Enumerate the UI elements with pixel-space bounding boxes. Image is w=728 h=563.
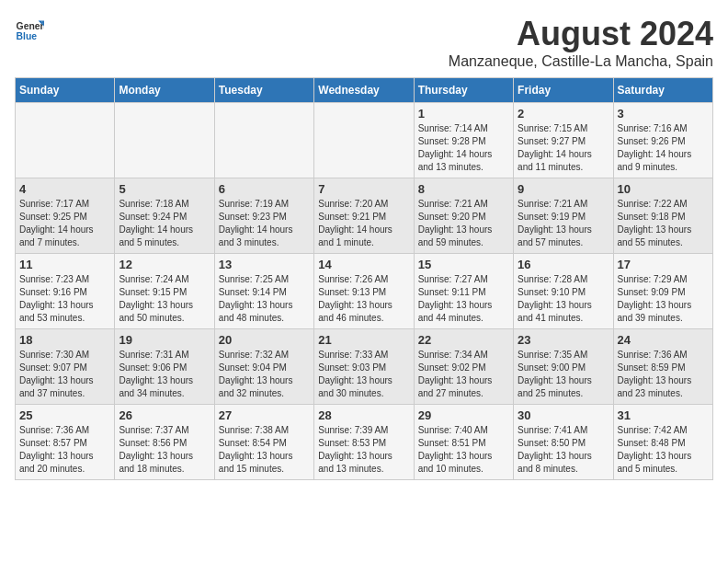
calendar-cell: 15Sunrise: 7:27 AM Sunset: 9:11 PM Dayli… (414, 254, 513, 329)
logo: General Blue (15, 15, 44, 44)
day-info: Sunrise: 7:36 AM Sunset: 8:59 PM Dayligh… (618, 349, 709, 400)
page-subtitle: Manzaneque, Castille-La Mancha, Spain (449, 53, 713, 70)
day-number: 5 (119, 182, 210, 196)
calendar-cell: 14Sunrise: 7:26 AM Sunset: 9:13 PM Dayli… (314, 254, 414, 329)
day-number: 26 (119, 408, 210, 422)
day-number: 21 (318, 333, 409, 347)
calendar-cell (314, 103, 414, 178)
calendar-week-3: 11Sunrise: 7:23 AM Sunset: 9:16 PM Dayli… (16, 254, 713, 329)
day-number: 10 (618, 182, 709, 196)
calendar-cell: 12Sunrise: 7:24 AM Sunset: 9:15 PM Dayli… (115, 254, 214, 329)
day-info: Sunrise: 7:19 AM Sunset: 9:23 PM Dayligh… (219, 198, 310, 249)
calendar-week-1: 1Sunrise: 7:14 AM Sunset: 9:28 PM Daylig… (16, 103, 713, 178)
day-number: 27 (219, 408, 310, 422)
calendar-cell: 20Sunrise: 7:32 AM Sunset: 9:04 PM Dayli… (214, 329, 313, 405)
day-number: 23 (518, 333, 609, 347)
days-of-week-row: SundayMondayTuesdayWednesdayThursdayFrid… (16, 78, 713, 103)
day-number: 4 (19, 182, 110, 196)
calendar-cell: 10Sunrise: 7:22 AM Sunset: 9:18 PM Dayli… (613, 178, 712, 254)
calendar-cell: 30Sunrise: 7:41 AM Sunset: 8:50 PM Dayli… (514, 405, 613, 480)
day-number: 17 (618, 258, 709, 271)
day-info: Sunrise: 7:42 AM Sunset: 8:48 PM Dayligh… (618, 424, 709, 476)
day-number: 11 (19, 258, 110, 271)
day-number: 7 (318, 182, 409, 196)
calendar-cell: 11Sunrise: 7:23 AM Sunset: 9:16 PM Dayli… (16, 254, 115, 329)
day-of-week-saturday: Saturday (613, 78, 712, 103)
day-number: 25 (19, 408, 110, 422)
page-title: August 2024 (449, 15, 713, 53)
calendar-cell: 5Sunrise: 7:18 AM Sunset: 9:24 PM Daylig… (115, 178, 214, 254)
day-number: 18 (19, 333, 110, 347)
calendar-cell: 17Sunrise: 7:29 AM Sunset: 9:09 PM Dayli… (613, 254, 712, 329)
calendar-cell: 18Sunrise: 7:30 AM Sunset: 9:07 PM Dayli… (16, 329, 115, 405)
calendar-cell: 7Sunrise: 7:20 AM Sunset: 9:21 PM Daylig… (314, 178, 414, 254)
calendar-week-2: 4Sunrise: 7:17 AM Sunset: 9:25 PM Daylig… (16, 178, 713, 254)
day-number: 3 (618, 107, 709, 121)
calendar-cell: 8Sunrise: 7:21 AM Sunset: 9:20 PM Daylig… (414, 178, 513, 254)
calendar-cell: 29Sunrise: 7:40 AM Sunset: 8:51 PM Dayli… (414, 405, 513, 480)
day-of-week-sunday: Sunday (16, 78, 115, 103)
calendar-cell: 26Sunrise: 7:37 AM Sunset: 8:56 PM Dayli… (115, 405, 214, 480)
day-info: Sunrise: 7:36 AM Sunset: 8:57 PM Dayligh… (19, 424, 110, 476)
day-info: Sunrise: 7:29 AM Sunset: 9:09 PM Dayligh… (618, 273, 709, 325)
day-info: Sunrise: 7:22 AM Sunset: 9:18 PM Dayligh… (618, 198, 709, 249)
calendar-body: 1Sunrise: 7:14 AM Sunset: 9:28 PM Daylig… (16, 103, 713, 480)
calendar-cell: 21Sunrise: 7:33 AM Sunset: 9:03 PM Dayli… (314, 329, 414, 405)
day-number: 8 (418, 182, 509, 196)
day-number: 9 (518, 182, 609, 196)
calendar-cell: 22Sunrise: 7:34 AM Sunset: 9:02 PM Dayli… (414, 329, 513, 405)
calendar-cell: 16Sunrise: 7:28 AM Sunset: 9:10 PM Dayli… (514, 254, 613, 329)
calendar-table: SundayMondayTuesdayWednesdayThursdayFrid… (15, 77, 713, 480)
day-number: 15 (418, 258, 509, 271)
calendar-cell: 2Sunrise: 7:15 AM Sunset: 9:27 PM Daylig… (514, 103, 613, 178)
day-of-week-friday: Friday (514, 78, 613, 103)
day-info: Sunrise: 7:28 AM Sunset: 9:10 PM Dayligh… (518, 273, 609, 325)
day-number: 12 (119, 258, 210, 271)
day-info: Sunrise: 7:15 AM Sunset: 9:27 PM Dayligh… (518, 122, 609, 174)
calendar-cell: 9Sunrise: 7:21 AM Sunset: 9:19 PM Daylig… (514, 178, 613, 254)
day-number: 31 (618, 408, 709, 422)
svg-text:Blue: Blue (17, 31, 38, 41)
day-info: Sunrise: 7:31 AM Sunset: 9:06 PM Dayligh… (119, 349, 210, 400)
page-header: General Blue August 2024 Manzaneque, Cas… (15, 15, 713, 70)
day-number: 28 (318, 408, 409, 422)
day-info: Sunrise: 7:24 AM Sunset: 9:15 PM Dayligh… (119, 273, 210, 325)
logo-icon: General Blue (15, 15, 44, 44)
day-info: Sunrise: 7:21 AM Sunset: 9:20 PM Dayligh… (418, 198, 509, 249)
day-info: Sunrise: 7:23 AM Sunset: 9:16 PM Dayligh… (19, 273, 110, 325)
day-info: Sunrise: 7:40 AM Sunset: 8:51 PM Dayligh… (418, 424, 509, 476)
calendar-cell: 24Sunrise: 7:36 AM Sunset: 8:59 PM Dayli… (613, 329, 712, 405)
day-number: 14 (318, 258, 409, 271)
calendar-cell: 28Sunrise: 7:39 AM Sunset: 8:53 PM Dayli… (314, 405, 414, 480)
day-info: Sunrise: 7:34 AM Sunset: 9:02 PM Dayligh… (418, 349, 509, 400)
svg-text:General: General (17, 21, 44, 31)
calendar-header: SundayMondayTuesdayWednesdayThursdayFrid… (16, 78, 713, 103)
day-number: 24 (618, 333, 709, 347)
day-info: Sunrise: 7:35 AM Sunset: 9:00 PM Dayligh… (518, 349, 609, 400)
calendar-cell: 23Sunrise: 7:35 AM Sunset: 9:00 PM Dayli… (514, 329, 613, 405)
day-info: Sunrise: 7:30 AM Sunset: 9:07 PM Dayligh… (19, 349, 110, 400)
calendar-cell: 3Sunrise: 7:16 AM Sunset: 9:26 PM Daylig… (613, 103, 712, 178)
day-info: Sunrise: 7:38 AM Sunset: 8:54 PM Dayligh… (219, 424, 310, 476)
calendar-cell: 4Sunrise: 7:17 AM Sunset: 9:25 PM Daylig… (16, 178, 115, 254)
calendar-cell (214, 103, 313, 178)
calendar-cell: 27Sunrise: 7:38 AM Sunset: 8:54 PM Dayli… (214, 405, 313, 480)
day-info: Sunrise: 7:21 AM Sunset: 9:19 PM Dayligh… (518, 198, 609, 249)
day-of-week-tuesday: Tuesday (214, 78, 313, 103)
day-info: Sunrise: 7:41 AM Sunset: 8:50 PM Dayligh… (518, 424, 609, 476)
calendar-cell: 1Sunrise: 7:14 AM Sunset: 9:28 PM Daylig… (414, 103, 513, 178)
day-info: Sunrise: 7:17 AM Sunset: 9:25 PM Dayligh… (19, 198, 110, 249)
calendar-week-5: 25Sunrise: 7:36 AM Sunset: 8:57 PM Dayli… (16, 405, 713, 480)
day-number: 22 (418, 333, 509, 347)
day-number: 29 (418, 408, 509, 422)
day-number: 2 (518, 107, 609, 121)
day-info: Sunrise: 7:33 AM Sunset: 9:03 PM Dayligh… (318, 349, 409, 400)
day-info: Sunrise: 7:39 AM Sunset: 8:53 PM Dayligh… (318, 424, 409, 476)
day-of-week-wednesday: Wednesday (314, 78, 414, 103)
day-number: 6 (219, 182, 310, 196)
day-info: Sunrise: 7:16 AM Sunset: 9:26 PM Dayligh… (618, 122, 709, 174)
day-info: Sunrise: 7:32 AM Sunset: 9:04 PM Dayligh… (219, 349, 310, 400)
day-info: Sunrise: 7:26 AM Sunset: 9:13 PM Dayligh… (318, 273, 409, 325)
calendar-cell: 13Sunrise: 7:25 AM Sunset: 9:14 PM Dayli… (214, 254, 313, 329)
day-number: 30 (518, 408, 609, 422)
